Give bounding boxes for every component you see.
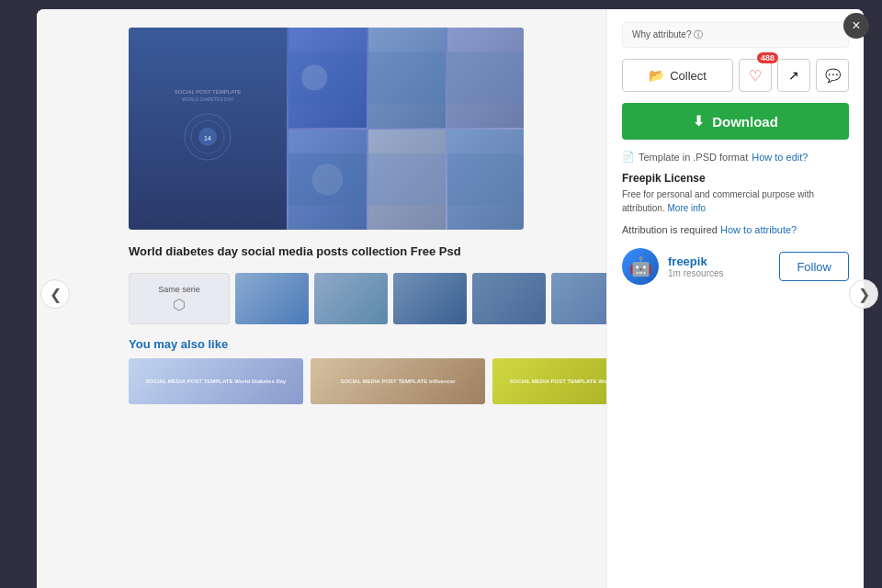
- collect-icon: 📂: [649, 68, 664, 83]
- prev-icon: ❮: [50, 286, 62, 303]
- license-title: Freepik License: [622, 172, 849, 185]
- also-thumb-3[interactable]: SOCIAL MEDIA POST TEMPLATE World Diabete…: [492, 358, 606, 404]
- svg-text:14: 14: [204, 135, 211, 141]
- download-button[interactable]: ⬇ Download: [622, 103, 849, 140]
- same-serie-section: Same serie ⬡: [129, 273, 588, 324]
- svg-rect-6: [368, 51, 447, 103]
- author-avatar: 🤖: [622, 248, 659, 285]
- modal-container: SOCIAL POST TEMPLATE WORLD DIABETES DAY …: [37, 9, 864, 588]
- modal-body: SOCIAL POST TEMPLATE WORLD DIABETES DAY …: [37, 9, 864, 588]
- img-cell-2: [368, 28, 447, 128]
- close-icon: ×: [852, 17, 860, 34]
- serie-thumb-4[interactable]: [472, 273, 546, 324]
- serie-thumb-5[interactable]: [551, 273, 606, 324]
- download-icon: ⬇: [693, 113, 705, 130]
- circle-decoration: 14: [180, 109, 235, 164]
- follow-button[interactable]: Follow: [779, 252, 849, 281]
- also-thumb-2-text: SOCIAL MEDIA POST TEMPLATE Influencer: [338, 377, 457, 386]
- main-image-inner: SOCIAL POST TEMPLATE WORLD DIABETES DAY …: [129, 28, 524, 230]
- why-attribute-text: Why attribute? ⓘ: [632, 28, 703, 41]
- action-row: 📂 Collect ♡ 488 ↗ 💬: [622, 59, 849, 92]
- img-cell-4: [288, 130, 367, 230]
- share-button[interactable]: ↗: [777, 59, 810, 92]
- svg-point-9: [311, 164, 343, 196]
- template-info: 📄 Template in .PSD format How to edit?: [622, 151, 849, 163]
- also-like-section: You may also like SOCIAL MEDIA POST TEMP…: [129, 337, 588, 404]
- download-label: Download: [712, 114, 778, 130]
- also-thumb-3-text: SOCIAL MEDIA POST TEMPLATE World Diabete…: [508, 377, 606, 386]
- license-section: Freepik License Free for personal and co…: [622, 172, 849, 215]
- heart-icon: ♡: [749, 67, 762, 85]
- template-format: Template in .PSD format: [639, 152, 748, 163]
- collect-label: Collect: [670, 69, 707, 83]
- svg-point-5: [301, 64, 327, 90]
- also-thumb-1-text: SOCIAL MEDIA POST TEMPLATE World Diabete…: [144, 377, 288, 386]
- content-title: World diabetes day social media posts co…: [129, 244, 524, 258]
- nav-next-arrow[interactable]: ❯: [849, 279, 878, 309]
- author-name[interactable]: freepik: [668, 254, 770, 268]
- how-to-edit-link[interactable]: How to edit?: [752, 152, 808, 163]
- same-serie-icon: ⬡: [173, 296, 186, 313]
- also-like-thumbnails: SOCIAL MEDIA POST TEMPLATE World Diabete…: [129, 358, 588, 404]
- nav-prev-arrow[interactable]: ❮: [40, 279, 70, 309]
- serie-thumb-3[interactable]: [393, 273, 467, 324]
- follow-label: Follow: [797, 260, 831, 274]
- serie-thumb-2[interactable]: [314, 273, 388, 324]
- image-left-panel: SOCIAL POST TEMPLATE WORLD DIABETES DAY …: [129, 28, 287, 230]
- main-image: SOCIAL POST TEMPLATE WORLD DIABETES DAY …: [129, 28, 524, 230]
- image-subtitle: WORLD DIABETES DAY: [182, 96, 233, 102]
- next-icon: ❯: [858, 286, 870, 303]
- img-cell-5: [368, 130, 447, 230]
- license-desc: Free for personal and commercial purpose…: [622, 187, 849, 215]
- close-button[interactable]: ×: [843, 13, 869, 39]
- also-like-title: You may also like: [129, 337, 588, 351]
- same-serie-label: Same serie: [158, 285, 200, 294]
- image-tag-line: SOCIAL POST TEMPLATE: [175, 89, 241, 95]
- share-icon: ↗: [788, 68, 799, 83]
- collect-button[interactable]: 📂 Collect: [622, 59, 733, 92]
- how-to-attribute-link[interactable]: How to attribute?: [720, 224, 797, 235]
- attribution: Attribution is required How to attribute…: [622, 224, 849, 235]
- svg-rect-10: [368, 153, 447, 205]
- license-desc-text: Free for personal and commercial purpose…: [622, 189, 814, 213]
- why-attribute-box: Why attribute? ⓘ: [622, 22, 849, 48]
- image-right-grid: [288, 28, 524, 230]
- same-serie-thumbnails: Same serie ⬡: [129, 273, 588, 324]
- comment-button[interactable]: 💬: [816, 59, 849, 92]
- right-sidebar: Why attribute? ⓘ 📂 Collect ♡ 488 ↗ 💬: [606, 9, 864, 588]
- image-section: SOCIAL POST TEMPLATE WORLD DIABETES DAY …: [37, 9, 606, 588]
- author-resources: 1m resources: [668, 268, 770, 278]
- svg-rect-7: [447, 51, 524, 103]
- comment-icon: 💬: [825, 68, 841, 83]
- attribution-text: Attribution is required: [622, 224, 718, 235]
- author-info: freepik 1m resources: [668, 254, 770, 278]
- author-row: 🤖 freepik 1m resources Follow: [622, 248, 849, 285]
- like-button[interactable]: ♡ 488: [739, 59, 772, 92]
- img-cell-6: [447, 130, 524, 230]
- also-thumb-1[interactable]: SOCIAL MEDIA POST TEMPLATE World Diabete…: [129, 358, 303, 404]
- template-icon: 📄: [622, 151, 635, 163]
- avatar-icon: 🤖: [629, 255, 652, 277]
- img-cell-1: [288, 28, 367, 128]
- more-info-link[interactable]: More info: [667, 203, 706, 213]
- serie-thumb-1[interactable]: [235, 273, 309, 324]
- same-serie-main-thumb: Same serie ⬡: [129, 273, 230, 324]
- svg-rect-11: [447, 153, 524, 205]
- like-badge: 488: [757, 52, 778, 63]
- img-cell-3: [447, 28, 524, 128]
- also-thumb-2[interactable]: SOCIAL MEDIA POST TEMPLATE Influencer: [311, 358, 485, 404]
